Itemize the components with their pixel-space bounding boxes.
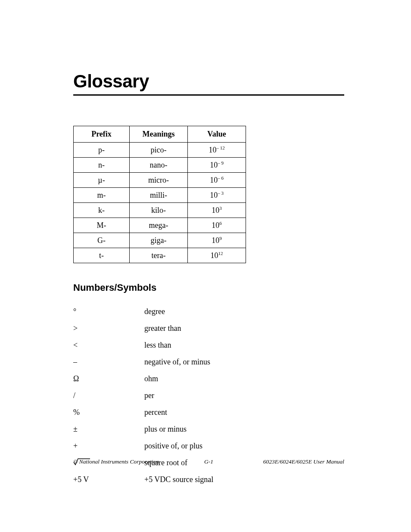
cell-value: 10– 3 [188,188,246,203]
cell-meaning: giga- [130,233,188,248]
definition-symbol: – [73,358,144,367]
definition-text: per [144,391,344,400]
cell-meaning: milli- [130,188,188,203]
definition-text: negative of, or minus [144,358,344,367]
cell-prefix: m- [74,188,130,203]
footer-left: © National Instruments Corporation [73,458,159,465]
definition-symbol: % [73,408,144,417]
definition-text: greater than [144,324,344,333]
cell-prefix: k- [74,203,130,218]
cell-prefix: µ- [74,173,130,188]
cell-meaning: kilo- [130,203,188,218]
definition-symbol: / [73,391,144,400]
footer-center: G-1 [204,458,213,465]
definition-text: degree [144,307,344,316]
table-row: G-giga-109 [74,233,246,248]
definition-row: /per [73,391,344,400]
cell-value: 103 [188,203,246,218]
definitions-list: °degree>greater than<less than–negative … [73,307,344,484]
table-row: n-nano-10– 9 [74,158,246,173]
definition-symbol: > [73,324,144,333]
definition-symbol: + [73,442,144,451]
cell-prefix: M- [74,218,130,233]
definition-symbol: ° [73,307,144,316]
definition-row: –negative of, or minus [73,358,344,367]
definition-text: positive of, or plus [144,442,344,451]
table-header-row: Prefix Meanings Value [74,126,246,143]
definition-text: less than [144,341,344,350]
definition-symbol: +5 V [73,475,144,484]
table-row: k-kilo-103 [74,203,246,218]
definition-text: plus or minus [144,425,344,434]
cell-value: 10– 9 [188,158,246,173]
definition-row: >greater than [73,324,344,333]
table-row: m-milli-10– 3 [74,188,246,203]
definition-symbol: ± [73,425,144,434]
title-rule [73,94,344,96]
definition-row: %percent [73,408,344,417]
cell-value: 10– 12 [188,143,246,158]
cell-value: 106 [188,218,246,233]
table-row: µ-micro-10– 6 [74,173,246,188]
definition-row: °degree [73,307,344,316]
definition-row: Ωohm [73,374,344,383]
cell-meaning: mega- [130,218,188,233]
footer-right: 6023E/6024E/6025E User Manual [263,458,344,465]
definition-symbol: Ω [73,374,144,383]
prefix-table: Prefix Meanings Value p-pico-10– 12n-nan… [73,126,246,263]
cell-prefix: p- [74,143,130,158]
cell-meaning: pico- [130,143,188,158]
definition-text: percent [144,408,344,417]
section-heading: Numbers/Symbols [73,282,344,293]
cell-value: 109 [188,233,246,248]
cell-meaning: tera- [130,248,188,263]
table-row: t-tera-1012 [74,248,246,263]
cell-prefix: n- [74,158,130,173]
definition-symbol: < [73,341,144,350]
definition-row: <less than [73,341,344,350]
cell-meaning: nano- [130,158,188,173]
page-footer: © National Instruments Corporation G-1 6… [73,458,344,465]
header-meanings: Meanings [130,126,188,143]
cell-prefix: G- [74,233,130,248]
definition-text: +5 VDC source signal [144,475,344,484]
definition-text: ohm [144,374,344,383]
header-value: Value [188,126,246,143]
definition-row: ±plus or minus [73,425,344,434]
cell-value: 1012 [188,248,246,263]
cell-meaning: micro- [130,173,188,188]
table-row: M-mega-106 [74,218,246,233]
page-title: Glossary [73,71,344,92]
definition-row: +5 V+5 VDC source signal [73,475,344,484]
cell-prefix: t- [74,248,130,263]
cell-value: 10– 6 [188,173,246,188]
table-row: p-pico-10– 12 [74,143,246,158]
definition-row: +positive of, or plus [73,442,344,451]
header-prefix: Prefix [74,126,130,143]
